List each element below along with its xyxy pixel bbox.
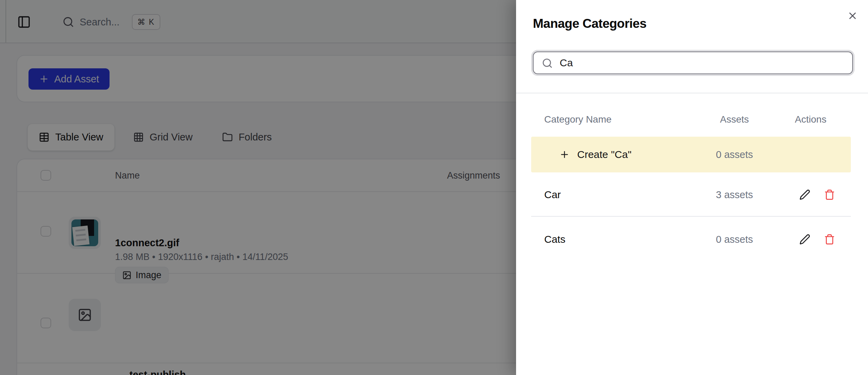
category-name: Car — [544, 189, 561, 201]
trash-icon — [824, 234, 835, 245]
pencil-icon — [799, 234, 810, 245]
close-icon — [847, 10, 858, 21]
delete-category-button[interactable] — [821, 230, 838, 248]
trash-icon — [824, 189, 835, 200]
column-header-assets: Assets — [695, 114, 774, 125]
assets-count: 3 assets — [695, 189, 774, 200]
delete-category-button[interactable] — [821, 186, 838, 204]
modal-title: Manage Categories — [533, 16, 647, 31]
create-category-row[interactable]: Create "Ca" 0 assets — [531, 137, 851, 172]
edit-category-button[interactable] — [796, 230, 814, 248]
edit-category-button[interactable] — [796, 186, 814, 204]
manage-categories-modal: Manage Categories Category Name Assets A… — [516, 0, 868, 375]
category-table-header: Category Name Assets Actions — [516, 114, 868, 126]
category-search — [533, 52, 853, 74]
column-header-actions: Actions — [781, 114, 840, 125]
close-button[interactable] — [844, 7, 861, 25]
create-category-label: Create "Ca" — [577, 149, 631, 160]
assets-count: 0 assets — [695, 149, 774, 160]
category-row[interactable]: Car 3 assets — [531, 172, 851, 217]
category-name: Cats — [544, 234, 566, 245]
pencil-icon — [799, 189, 810, 200]
plus-icon — [559, 149, 570, 160]
app-root: Search... ⌘ K Add Asset Table View — [0, 0, 868, 375]
category-search-input[interactable] — [533, 52, 853, 74]
column-header-category-name: Category Name — [544, 114, 612, 125]
assets-count: 0 assets — [695, 234, 774, 245]
modal-divider — [516, 93, 868, 93]
category-row[interactable]: Cats 0 assets — [531, 217, 851, 262]
